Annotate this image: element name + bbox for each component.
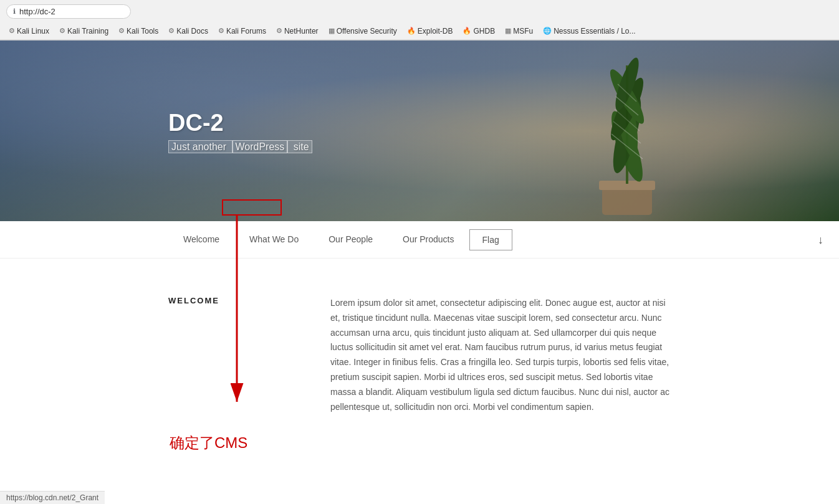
content-body: Lorem ipsum dolor sit amet, consectetur …: [330, 296, 671, 414]
bookmark-item[interactable]: ⚙Kali Docs: [165, 26, 212, 37]
bookmark-icon: ▦: [328, 27, 335, 35]
bookmark-item[interactable]: ⚙Kali Forums: [214, 26, 270, 37]
bookmark-label: Kali Tools: [127, 27, 158, 36]
nav-item-flag[interactable]: Flag: [469, 229, 512, 250]
bookmark-icon: ▦: [505, 27, 511, 35]
bookmark-item[interactable]: 🔥GHDB: [459, 26, 499, 37]
bookmark-label: Nessus Essentials / Lo...: [554, 27, 635, 36]
welcome-heading: WELCOME: [168, 296, 280, 305]
bookmark-icon: ⚙: [218, 27, 224, 35]
bookmark-item[interactable]: ⚙Kali Linux: [5, 26, 53, 37]
bookmark-icon: ⚙: [168, 27, 175, 35]
bookmark-label: Offensive Security: [337, 27, 397, 36]
bookmark-label: GHDB: [473, 27, 495, 36]
page-wrapper: ℹ http://dc-2 ⚙Kali Linux⚙Kali Training⚙…: [0, 0, 839, 452]
nav-item-welcome[interactable]: Welcome: [168, 223, 234, 257]
bookmark-icon: ⚙: [9, 27, 15, 35]
nav-items-container: WelcomeWhat We DoOur PeopleOur ProductsF…: [168, 223, 512, 257]
address-input-field[interactable]: ℹ http://dc-2: [6, 4, 131, 19]
bookmark-item[interactable]: 🌐Nessus Essentials / Lo...: [539, 26, 639, 37]
plant-svg: [540, 40, 714, 215]
bookmark-item[interactable]: ⚙NetHunter: [272, 26, 322, 37]
browser-chrome: ℹ http://dc-2 ⚙Kali Linux⚙Kali Training⚙…: [0, 0, 839, 40]
content-right: Lorem ipsum dolor sit amet, consectetur …: [330, 296, 671, 414]
plant-decoration: [540, 40, 727, 221]
subtitle-prefix: Just another: [168, 140, 233, 153]
bookmark-icon: 🔥: [407, 27, 416, 35]
bookmark-icon: 🔥: [463, 27, 471, 35]
nav-item-our-people[interactable]: Our People: [314, 223, 388, 257]
bookmark-icon: 🌐: [543, 27, 552, 35]
bookmark-icon: ⚙: [118, 27, 125, 35]
bookmark-label: Exploit-DB: [418, 27, 453, 36]
bookmark-label: NetHunter: [284, 27, 319, 36]
bookmarks-bar: ⚙Kali Linux⚙Kali Training⚙Kali Tools⚙Kal…: [0, 22, 839, 40]
nav-item-our-products[interactable]: Our Products: [388, 223, 469, 257]
bookmark-item[interactable]: 🔥Exploit-DB: [403, 26, 457, 37]
site-title: DC-2: [168, 110, 312, 136]
bookmark-label: Kali Training: [67, 27, 108, 36]
bookmark-label: MSFu: [513, 27, 533, 36]
site-subtitle: Just another WordPress site: [168, 141, 312, 153]
info-icon: ℹ: [13, 7, 16, 16]
address-text: http://dc-2: [19, 7, 55, 16]
main-content: WELCOME Lorem ipsum dolor sit amet, cons…: [0, 259, 839, 452]
bookmark-item[interactable]: ▦MSFu: [501, 26, 537, 37]
hero-content: DC-2 Just another WordPress site: [0, 110, 312, 153]
bookmark-label: Kali Linux: [17, 27, 49, 36]
content-left: WELCOME: [168, 296, 280, 414]
subtitle-wordpress: WordPress: [233, 140, 288, 153]
bookmark-item[interactable]: ▦Offensive Security: [325, 26, 401, 37]
bookmark-icon: ⚙: [59, 27, 65, 35]
bookmark-item[interactable]: ⚙Kali Training: [55, 26, 112, 37]
bookmark-item[interactable]: ⚙Kali Tools: [115, 26, 162, 37]
navigation-bar: WelcomeWhat We DoOur PeopleOur ProductsF…: [0, 221, 839, 259]
bookmark-label: Kali Forums: [226, 27, 266, 36]
nav-scroll-button[interactable]: ↓: [815, 230, 827, 249]
bookmark-icon: ⚙: [276, 27, 282, 35]
hero-section: DC-2 Just another WordPress site: [0, 40, 839, 221]
address-bar: ℹ http://dc-2: [0, 0, 839, 22]
bookmark-label: Kali Docs: [176, 27, 208, 36]
nav-item-what-we-do[interactable]: What We Do: [234, 223, 314, 257]
subtitle-suffix: site: [287, 140, 312, 153]
